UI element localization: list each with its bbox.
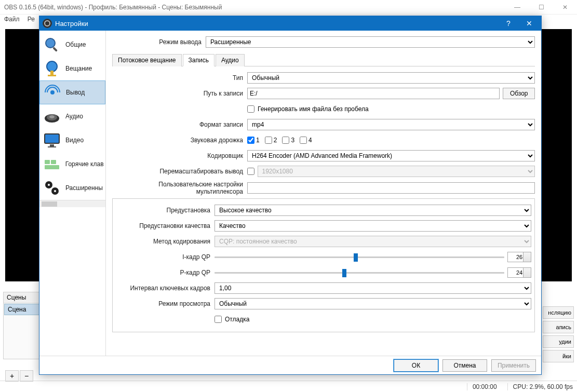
track-2[interactable]: 2 (265, 137, 277, 144)
keyint-label: Интервал ключевых кадров (116, 285, 214, 292)
debug-checkbox[interactable] (214, 316, 222, 323)
status-cpu: CPU: 2.9%, 60.00 fps (507, 383, 573, 390)
apply-button[interactable]: Применить (491, 359, 536, 372)
sidebar-label: Вещание (65, 65, 92, 72)
settings-titlebar: Настройки ? ✕ (39, 16, 541, 31)
svg-rect-4 (48, 75, 56, 76)
iqp-spinner[interactable]: 26 (507, 252, 531, 262)
scrollbar-thumb[interactable] (42, 201, 57, 207)
sidebar-item-stream[interactable]: Вещание (39, 57, 105, 80)
track-2-checkbox[interactable] (265, 137, 272, 144)
record-format-select[interactable]: mp4 (247, 119, 535, 130)
right-panel-buttons: нсляцию апись удии йки (543, 306, 574, 362)
track-4-checkbox[interactable] (300, 137, 307, 144)
track-3-checkbox[interactable] (282, 137, 289, 144)
minimize-icon[interactable]: — (509, 4, 525, 11)
row-encoder: Кодировщик H264 Encoder (AMD Advanced Me… (112, 150, 535, 162)
row-output-mode: Режим вывода Расширенные (112, 36, 535, 48)
preset-select[interactable]: Высокое качество (214, 205, 531, 216)
rescale-checkbox[interactable] (247, 168, 254, 175)
slider-thumb[interactable] (354, 253, 358, 262)
sidebar-item-video[interactable]: Видео (39, 128, 105, 152)
slider-thumb[interactable] (342, 269, 346, 277)
settings-sidebar: Общие Вещание Вывод (39, 31, 106, 356)
row-preset: Предустановка Высокое качество (116, 204, 531, 217)
maximize-icon[interactable]: ☐ (533, 4, 549, 11)
settings-content: Режим вывода Расширенные Потоковое вещан… (106, 31, 541, 356)
record-path-input[interactable] (247, 88, 500, 99)
svg-point-0 (46, 38, 55, 48)
browse-button[interactable]: Обзор (503, 88, 535, 99)
gears-icon (42, 178, 62, 198)
mux-input[interactable] (247, 182, 535, 194)
track-1[interactable]: 1 (247, 137, 260, 144)
output-mode-select[interactable]: Расширенные (206, 36, 535, 48)
sidebar-label: Видео (65, 137, 84, 144)
track-4[interactable]: 4 (300, 137, 312, 144)
method-select: CQP: постоянное качество (214, 236, 531, 247)
studio-button[interactable]: удии (543, 335, 574, 348)
output-tabs: Потоковое вещание Запись Аудио (112, 53, 535, 66)
quality-preset-select[interactable]: Качество (214, 220, 531, 232)
svg-point-16 (48, 184, 50, 186)
type-label: Тип (112, 74, 247, 82)
close-dialog-icon[interactable]: ✕ (520, 19, 538, 28)
settings-dialog: Настройки ? ✕ Общие Вещание (39, 16, 542, 375)
tab-audio[interactable]: Аудио (216, 54, 245, 66)
svg-point-5 (50, 90, 55, 94)
viewmode-label: Режим просмотра (116, 300, 214, 307)
sidebar-scrollbar[interactable] (39, 200, 105, 207)
monitor-icon (42, 130, 62, 151)
dialog-controls: ? ✕ (500, 19, 538, 28)
record-path-label: Путь к записи (112, 90, 247, 97)
close-icon[interactable]: ✕ (557, 4, 573, 11)
sidebar-item-audio[interactable]: Аудио (39, 104, 105, 128)
iqp-slider[interactable] (214, 256, 504, 258)
menu-truncated[interactable]: Ре (28, 16, 35, 23)
sidebar-label: Горячие клав (65, 160, 103, 168)
sidebar-item-advanced[interactable]: Расширенны (39, 176, 105, 200)
row-quality-preset: Предустановки качества Качество (116, 220, 531, 232)
type-select[interactable]: Обычный (247, 72, 535, 84)
encoder-select[interactable]: H264 Encoder (AMD Advanced Media Framewo… (247, 150, 535, 161)
encoder-label: Кодировщик (112, 152, 247, 159)
sidebar-item-general[interactable]: Общие (39, 33, 105, 57)
row-rescale: Перемасштабировать вывод 1920x1080 (112, 165, 535, 178)
sidebar-item-hotkeys[interactable]: Горячие клав (39, 152, 105, 176)
gear-magnify-icon (42, 34, 62, 55)
debug-label: Отладка (225, 316, 249, 323)
stream-button[interactable]: нсляцию (543, 306, 574, 319)
record-format-label: Формат записи (112, 121, 247, 128)
record-button[interactable]: апись (543, 321, 574, 333)
row-method: Метод кодирования CQP: постоянное качест… (116, 235, 531, 248)
scene-add-remove: + − (5, 370, 33, 382)
statusbar: 00:00:00 CPU: 2.9%, 60.00 fps (0, 381, 577, 392)
tab-streaming[interactable]: Потоковое вещание (112, 54, 182, 66)
cancel-button[interactable]: Отмена (442, 359, 487, 372)
main-window: OBS 0.16.5 (64bit, windows) - Профиль: Б… (0, 0, 577, 392)
ok-button[interactable]: ОК (394, 359, 438, 372)
viewmode-select[interactable]: Обычный (214, 298, 531, 309)
no-space-checkbox[interactable] (247, 105, 254, 113)
remove-scene-button[interactable]: − (20, 370, 33, 382)
mux-label: Пользовательские настройки мультиплексор… (112, 181, 247, 195)
rescale-label: Перемасштабировать вывод (112, 168, 247, 175)
track-3[interactable]: 3 (282, 137, 294, 144)
keyint-select[interactable]: 1,00 (214, 282, 531, 294)
menu-file[interactable]: Файл (4, 16, 20, 23)
row-audio-track: Звуковая дорожка 1 2 3 4 (112, 134, 535, 146)
rescale-select: 1920x1080 (258, 166, 535, 177)
svg-point-18 (54, 190, 56, 192)
no-space-label: Генерировать имя файла без пробела (258, 105, 369, 113)
sidebar-item-output[interactable]: Вывод (39, 80, 105, 104)
settings-button[interactable]: йки (543, 350, 574, 362)
help-icon[interactable]: ? (500, 19, 517, 28)
svg-rect-3 (50, 71, 53, 75)
pqp-slider[interactable] (214, 272, 504, 274)
tab-recording[interactable]: Запись (183, 54, 214, 66)
add-scene-button[interactable]: + (5, 370, 19, 382)
pqp-spinner[interactable]: 24 (507, 267, 531, 278)
row-no-space: Генерировать имя файла без пробела (112, 103, 535, 115)
track-1-checkbox[interactable] (247, 137, 254, 144)
window-controls: — ☐ ✕ (509, 4, 573, 11)
